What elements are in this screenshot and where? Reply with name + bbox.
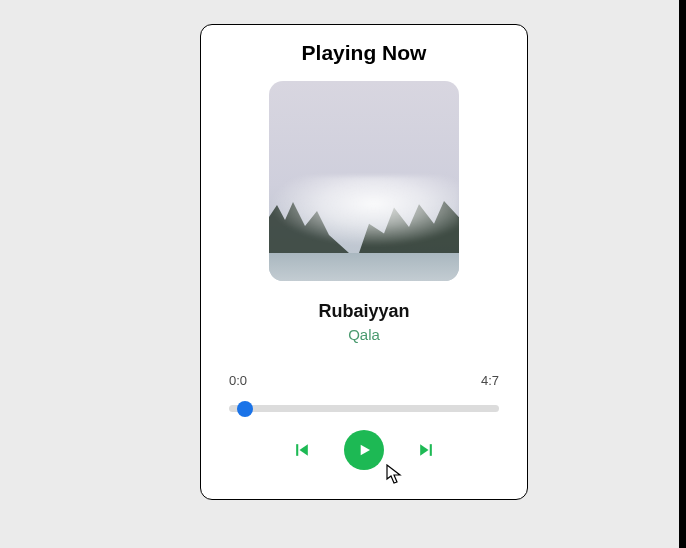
- music-player-card: Playing Now Rubaiyyan Qala 0:0 4:7: [200, 24, 528, 500]
- play-icon: [356, 442, 372, 458]
- right-edge-strip: [679, 0, 686, 548]
- page-title: Playing Now: [302, 41, 427, 65]
- svg-rect-1: [430, 444, 432, 456]
- progress-slider[interactable]: [229, 405, 499, 412]
- album-art: [269, 81, 459, 281]
- current-time-label: 0:0: [229, 373, 247, 388]
- next-button[interactable]: [414, 438, 438, 462]
- play-button[interactable]: [344, 430, 384, 470]
- duration-label: 4:7: [481, 373, 499, 388]
- time-row: 0:0 4:7: [229, 373, 499, 388]
- progress-slider-wrap: [229, 398, 499, 416]
- skip-next-icon: [416, 440, 436, 460]
- track-title: Rubaiyyan: [318, 301, 409, 322]
- playback-controls: [290, 430, 438, 470]
- skip-previous-icon: [292, 440, 312, 460]
- track-artist: Qala: [348, 326, 380, 343]
- svg-rect-0: [296, 444, 298, 456]
- previous-button[interactable]: [290, 438, 314, 462]
